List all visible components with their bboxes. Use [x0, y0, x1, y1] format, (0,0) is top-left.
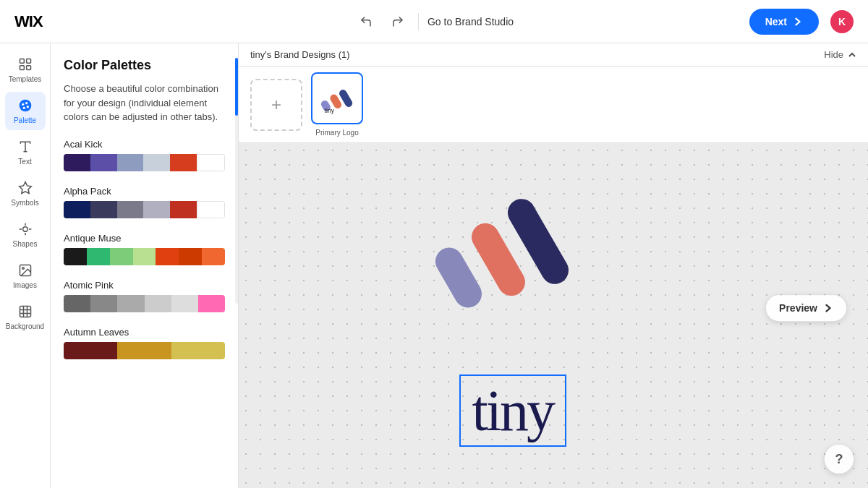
swatch — [90, 295, 117, 312]
swatch — [87, 248, 110, 265]
swatch — [202, 248, 225, 265]
brand-studio-link[interactable]: Go to Brand Studio — [427, 16, 514, 27]
preview-label: Preview — [779, 302, 817, 314]
sidebar-item-images[interactable]: Images — [5, 257, 46, 295]
background-label: Background — [6, 322, 44, 330]
text-label: Text — [18, 158, 31, 166]
palette-name: Autumn Leaves — [64, 327, 225, 338]
palette-icon — [17, 98, 33, 114]
swatch — [117, 342, 171, 359]
help-icon: ? — [835, 452, 843, 467]
primary-logo-card-wrapper: tiny Primary Logo — [311, 72, 363, 137]
swatch — [117, 154, 144, 171]
svg-point-7 — [26, 106, 28, 108]
topbar-center: Go to Brand Studio — [354, 10, 514, 33]
sidebar-item-symbols[interactable]: Symbols — [5, 174, 46, 213]
wix-logo: WIX — [14, 12, 43, 31]
swatch — [145, 295, 171, 312]
panel-scroll-indicator — [235, 58, 238, 304]
swatch — [197, 154, 225, 171]
svg-point-12 — [22, 227, 27, 232]
svg-point-5 — [22, 103, 24, 106]
svg-point-4 — [19, 100, 31, 112]
swatch — [143, 201, 170, 218]
preview-button[interactable]: Preview — [766, 295, 846, 321]
palette-name: Acai Kick — [64, 139, 225, 150]
palette-item-atomic-pink[interactable]: Atomic Pink — [64, 280, 225, 312]
add-logo-button[interactable]: + — [250, 79, 302, 131]
swatch — [156, 248, 179, 265]
brand-bar-hide[interactable]: Hide — [824, 49, 856, 60]
templates-label: Templates — [9, 75, 42, 83]
palette-swatches — [64, 342, 225, 359]
right-content: tiny's Brand Designs (1) Hide + — [239, 43, 868, 488]
palette-name: Atomic Pink — [64, 280, 225, 291]
background-icon — [17, 304, 33, 320]
sidebar-item-shapes[interactable]: Shapes — [5, 215, 46, 254]
palette-item-acai-kick[interactable]: Acai Kick — [64, 139, 225, 171]
preview-arrow-icon — [823, 303, 833, 313]
sidebar-item-templates[interactable]: Templates — [5, 51, 46, 89]
swatch — [170, 201, 197, 218]
brand-bar-title: tiny's Brand Designs (1) — [250, 49, 350, 60]
panel-description: Choose a beautiful color combination for… — [64, 82, 225, 124]
primary-logo-label: Primary Logo — [315, 129, 358, 137]
text-icon — [17, 139, 33, 155]
undo-button[interactable] — [354, 10, 378, 33]
avatar[interactable]: K — [830, 10, 854, 33]
shapes-label: Shapes — [13, 240, 38, 248]
redo-button[interactable] — [386, 10, 409, 33]
chevron-up-icon — [848, 51, 856, 59]
swatch — [64, 248, 87, 265]
canvas-wordmark-box[interactable]: tiny — [459, 374, 566, 447]
help-button[interactable]: ? — [825, 445, 854, 474]
topbar-divider — [418, 13, 419, 30]
palette-label: Palette — [14, 116, 36, 124]
swatch — [64, 295, 90, 312]
sidebar-item-palette[interactable]: Palette — [5, 92, 46, 130]
shapes-icon — [17, 221, 33, 237]
swatch — [198, 295, 225, 312]
svg-point-14 — [22, 267, 23, 270]
primary-logo-card[interactable]: tiny — [311, 72, 363, 124]
palette-swatches — [64, 154, 225, 171]
symbols-label: Symbols — [11, 199, 38, 207]
svg-rect-3 — [26, 66, 30, 70]
swatch — [110, 248, 133, 265]
canvas-wordmark-text: tiny — [472, 379, 553, 442]
sidebar-icons: Templates Palette Text — [0, 43, 51, 488]
topbar-right: Next K — [749, 9, 854, 35]
next-button[interactable]: Next — [749, 9, 819, 35]
left-panel: Color Palettes Choose a beautiful color … — [51, 43, 239, 488]
logo-mark-svg — [430, 180, 575, 310]
palette-item-antique-muse[interactable]: Antique Muse — [64, 233, 225, 265]
canvas-logo-mark — [430, 180, 575, 313]
templates-icon — [17, 56, 33, 72]
svg-rect-2 — [20, 66, 24, 70]
next-arrow-icon — [793, 17, 803, 27]
star-icon — [17, 180, 33, 196]
svg-point-6 — [25, 102, 27, 104]
tiny-logo-svg: tiny — [318, 82, 356, 114]
brand-bar: tiny's Brand Designs (1) Hide — [239, 43, 868, 67]
swatch — [64, 342, 117, 359]
svg-point-8 — [22, 107, 25, 109]
logo-area: + tiny Primary Logo — [239, 67, 868, 143]
palette-item-autumn-leaves[interactable]: Autumn Leaves — [64, 327, 225, 359]
svg-rect-0 — [20, 59, 24, 64]
swatch — [90, 201, 117, 218]
svg-text:tiny: tiny — [325, 107, 335, 114]
swatch — [64, 201, 90, 218]
swatch — [117, 201, 144, 218]
images-label: Images — [13, 281, 37, 289]
palette-list: Acai Kick Alpha Pack — [64, 139, 225, 359]
panel-title: Color Palettes — [64, 58, 225, 73]
sidebar-item-text[interactable]: Text — [5, 133, 46, 171]
sidebar-item-background[interactable]: Background — [5, 298, 46, 336]
svg-marker-11 — [19, 182, 31, 194]
swatch — [64, 154, 90, 171]
palette-item-alpha-pack[interactable]: Alpha Pack — [64, 186, 225, 218]
palette-swatches — [64, 201, 225, 218]
plus-icon: + — [271, 95, 281, 115]
canvas-area[interactable]: tiny Preview ? — [239, 143, 868, 488]
